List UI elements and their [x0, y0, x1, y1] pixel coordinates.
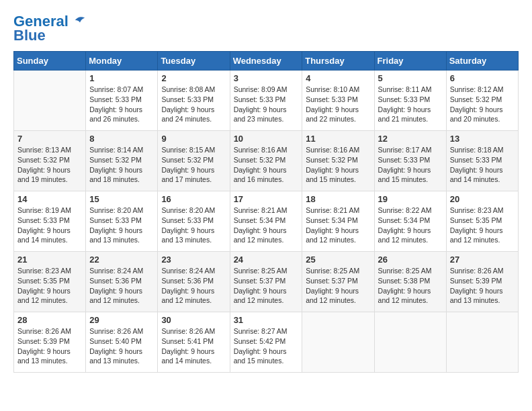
day-number: 8 — [89, 134, 154, 144]
day-cell: 27Sunrise: 8:26 AM Sunset: 5:39 PM Dayli… — [446, 252, 518, 312]
day-cell: 17Sunrise: 8:21 AM Sunset: 5:34 PM Dayli… — [230, 191, 302, 252]
weekday-header-tuesday: Tuesday — [158, 52, 230, 71]
day-cell: 19Sunrise: 8:22 AM Sunset: 5:34 PM Dayli… — [374, 191, 446, 252]
day-cell: 26Sunrise: 8:25 AM Sunset: 5:38 PM Dayli… — [374, 252, 446, 312]
day-cell: 9Sunrise: 8:15 AM Sunset: 5:32 PM Daylig… — [158, 131, 230, 191]
day-cell: 12Sunrise: 8:17 AM Sunset: 5:33 PM Dayli… — [374, 131, 446, 191]
day-number: 17 — [234, 194, 299, 204]
weekday-header-wednesday: Wednesday — [230, 52, 302, 71]
day-info: Sunrise: 8:23 AM Sunset: 5:35 PM Dayligh… — [450, 205, 515, 245]
day-cell: 14Sunrise: 8:19 AM Sunset: 5:33 PM Dayli… — [14, 191, 86, 252]
day-info: Sunrise: 8:26 AM Sunset: 5:41 PM Dayligh… — [161, 326, 226, 366]
day-cell — [302, 312, 374, 373]
day-number: 29 — [89, 315, 154, 325]
day-info: Sunrise: 8:11 AM Sunset: 5:33 PM Dayligh… — [378, 85, 443, 124]
day-cell: 23Sunrise: 8:24 AM Sunset: 5:36 PM Dayli… — [158, 252, 230, 312]
day-cell: 25Sunrise: 8:25 AM Sunset: 5:37 PM Dayli… — [302, 252, 374, 312]
day-number: 21 — [17, 255, 82, 265]
day-info: Sunrise: 8:27 AM Sunset: 5:42 PM Dayligh… — [234, 326, 299, 366]
day-cell: 8Sunrise: 8:14 AM Sunset: 5:32 PM Daylig… — [86, 131, 158, 191]
day-number: 5 — [378, 73, 443, 83]
day-number: 22 — [89, 255, 154, 265]
day-info: Sunrise: 8:21 AM Sunset: 5:34 PM Dayligh… — [234, 205, 299, 245]
day-cell — [374, 312, 446, 373]
day-number: 18 — [306, 194, 370, 204]
day-cell — [446, 312, 518, 373]
weekday-header-friday: Friday — [374, 52, 446, 71]
day-cell: 29Sunrise: 8:26 AM Sunset: 5:40 PM Dayli… — [86, 312, 158, 373]
weekday-header-monday: Monday — [86, 52, 158, 71]
day-info: Sunrise: 8:15 AM Sunset: 5:32 PM Dayligh… — [161, 145, 226, 185]
day-number: 2 — [161, 73, 226, 83]
week-row-3: 14Sunrise: 8:19 AM Sunset: 5:33 PM Dayli… — [14, 191, 519, 252]
day-info: Sunrise: 8:23 AM Sunset: 5:35 PM Dayligh… — [17, 266, 82, 306]
day-number: 20 — [450, 194, 515, 204]
day-cell: 6Sunrise: 8:12 AM Sunset: 5:32 PM Daylig… — [446, 71, 518, 131]
weekday-header-thursday: Thursday — [302, 52, 374, 71]
day-cell: 7Sunrise: 8:13 AM Sunset: 5:32 PM Daylig… — [14, 131, 86, 191]
day-number: 19 — [378, 194, 443, 204]
day-cell: 30Sunrise: 8:26 AM Sunset: 5:41 PM Dayli… — [158, 312, 230, 373]
day-number: 6 — [450, 73, 515, 83]
day-number: 1 — [89, 73, 154, 83]
day-number: 11 — [306, 134, 370, 144]
day-number: 25 — [306, 255, 370, 265]
day-info: Sunrise: 8:24 AM Sunset: 5:36 PM Dayligh… — [89, 266, 154, 306]
logo-bird-icon — [74, 14, 86, 26]
day-number: 15 — [89, 194, 154, 204]
day-info: Sunrise: 8:12 AM Sunset: 5:32 PM Dayligh… — [450, 85, 515, 124]
day-info: Sunrise: 8:10 AM Sunset: 5:33 PM Dayligh… — [306, 85, 370, 124]
day-number: 28 — [17, 315, 82, 325]
day-number: 10 — [234, 134, 299, 144]
day-cell: 18Sunrise: 8:21 AM Sunset: 5:34 PM Dayli… — [302, 191, 374, 252]
day-info: Sunrise: 8:13 AM Sunset: 5:32 PM Dayligh… — [17, 145, 82, 185]
day-number: 31 — [234, 315, 299, 325]
day-info: Sunrise: 8:16 AM Sunset: 5:32 PM Dayligh… — [306, 145, 370, 185]
day-cell: 4Sunrise: 8:10 AM Sunset: 5:33 PM Daylig… — [302, 71, 374, 131]
day-cell: 2Sunrise: 8:08 AM Sunset: 5:33 PM Daylig… — [158, 71, 230, 131]
day-cell: 28Sunrise: 8:26 AM Sunset: 5:39 PM Dayli… — [14, 312, 86, 373]
day-number: 13 — [450, 134, 515, 144]
day-info: Sunrise: 8:14 AM Sunset: 5:32 PM Dayligh… — [89, 145, 154, 185]
day-info: Sunrise: 8:20 AM Sunset: 5:33 PM Dayligh… — [89, 205, 154, 245]
day-cell: 22Sunrise: 8:24 AM Sunset: 5:36 PM Dayli… — [86, 252, 158, 312]
day-cell — [14, 71, 86, 131]
day-info: Sunrise: 8:26 AM Sunset: 5:39 PM Dayligh… — [450, 266, 515, 306]
day-cell: 3Sunrise: 8:09 AM Sunset: 5:33 PM Daylig… — [230, 71, 302, 131]
day-number: 7 — [17, 134, 82, 144]
day-info: Sunrise: 8:08 AM Sunset: 5:33 PM Dayligh… — [161, 85, 226, 124]
day-number: 16 — [161, 194, 226, 204]
day-info: Sunrise: 8:16 AM Sunset: 5:32 PM Dayligh… — [234, 145, 299, 185]
calendar-table: SundayMondayTuesdayWednesdayThursdayFrid… — [13, 51, 519, 373]
week-row-5: 28Sunrise: 8:26 AM Sunset: 5:39 PM Dayli… — [14, 312, 519, 373]
day-cell: 5Sunrise: 8:11 AM Sunset: 5:33 PM Daylig… — [374, 71, 446, 131]
logo: General Blue — [13, 13, 86, 44]
weekday-header-sunday: Sunday — [14, 52, 86, 71]
week-row-4: 21Sunrise: 8:23 AM Sunset: 5:35 PM Dayli… — [14, 252, 519, 312]
day-info: Sunrise: 8:20 AM Sunset: 5:33 PM Dayligh… — [161, 205, 226, 245]
day-number: 26 — [378, 255, 443, 265]
page-header: General Blue — [13, 13, 519, 44]
day-cell: 21Sunrise: 8:23 AM Sunset: 5:35 PM Dayli… — [14, 252, 86, 312]
day-info: Sunrise: 8:24 AM Sunset: 5:36 PM Dayligh… — [161, 266, 226, 306]
weekday-header-saturday: Saturday — [446, 52, 518, 71]
day-info: Sunrise: 8:25 AM Sunset: 5:37 PM Dayligh… — [306, 266, 370, 306]
day-number: 27 — [450, 255, 515, 265]
day-cell: 16Sunrise: 8:20 AM Sunset: 5:33 PM Dayli… — [158, 191, 230, 252]
day-number: 12 — [378, 134, 443, 144]
day-number: 23 — [161, 255, 226, 265]
day-info: Sunrise: 8:18 AM Sunset: 5:33 PM Dayligh… — [450, 145, 515, 185]
day-cell: 31Sunrise: 8:27 AM Sunset: 5:42 PM Dayli… — [230, 312, 302, 373]
day-info: Sunrise: 8:26 AM Sunset: 5:39 PM Dayligh… — [17, 326, 82, 366]
day-cell: 10Sunrise: 8:16 AM Sunset: 5:32 PM Dayli… — [230, 131, 302, 191]
week-row-2: 7Sunrise: 8:13 AM Sunset: 5:32 PM Daylig… — [14, 131, 519, 191]
day-info: Sunrise: 8:25 AM Sunset: 5:37 PM Dayligh… — [234, 266, 299, 306]
day-number: 3 — [234, 73, 299, 83]
weekday-header-row: SundayMondayTuesdayWednesdayThursdayFrid… — [14, 52, 519, 71]
day-number: 30 — [161, 315, 226, 325]
day-number: 14 — [17, 194, 82, 204]
day-info: Sunrise: 8:07 AM Sunset: 5:33 PM Dayligh… — [89, 85, 154, 124]
day-info: Sunrise: 8:26 AM Sunset: 5:40 PM Dayligh… — [89, 326, 154, 366]
day-info: Sunrise: 8:19 AM Sunset: 5:33 PM Dayligh… — [17, 205, 82, 245]
week-row-1: 1Sunrise: 8:07 AM Sunset: 5:33 PM Daylig… — [14, 71, 519, 131]
